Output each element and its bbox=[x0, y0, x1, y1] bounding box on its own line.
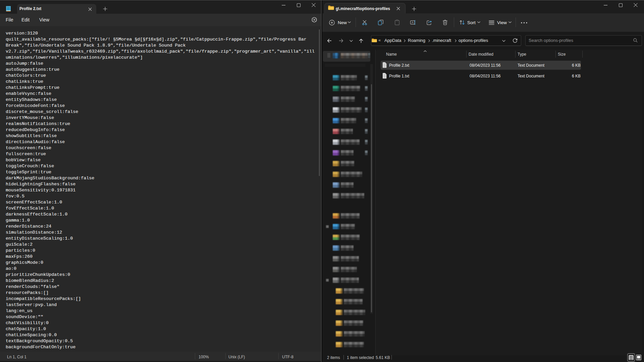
svg-text:A: A bbox=[412, 21, 414, 24]
